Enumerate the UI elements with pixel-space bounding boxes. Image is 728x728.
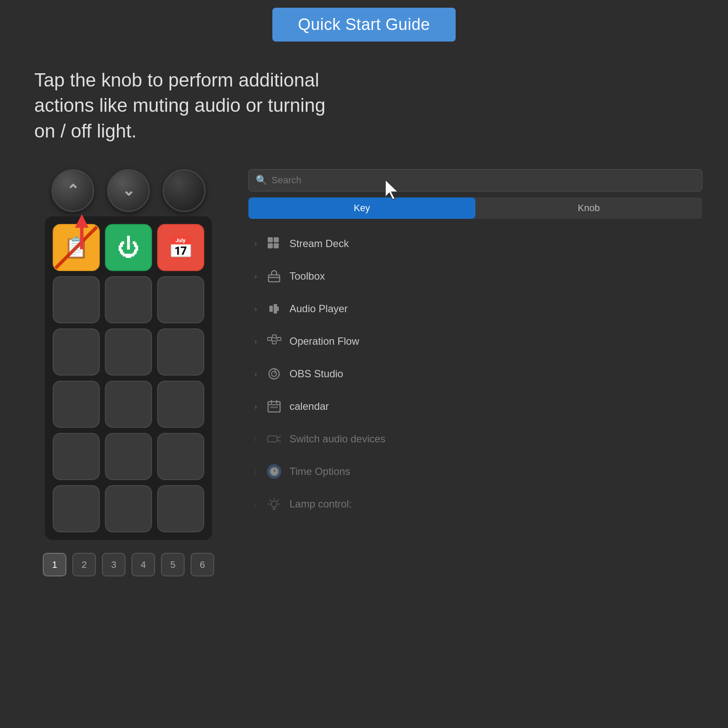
svg-rect-5 <box>269 275 280 282</box>
page-4[interactable]: 4 <box>131 553 155 576</box>
chevron-streamdeck: › <box>254 239 257 248</box>
keys-device: 📋 ⏻ 📅 <box>45 216 212 540</box>
arrow-indicator <box>75 214 89 249</box>
svg-line-25 <box>277 436 280 438</box>
key-2-2[interactable] <box>157 328 204 376</box>
chevron-audioplayer: › <box>254 304 257 313</box>
page-2[interactable]: 2 <box>72 553 96 576</box>
lampcontrol-icon <box>266 495 283 513</box>
sidebar-label-timeoptions: Time Options <box>289 465 696 477</box>
key-5-0[interactable] <box>53 485 100 532</box>
sidebar-item-lampcontrol[interactable]: › Lamp control: <box>248 489 702 519</box>
key-5-1[interactable] <box>105 485 152 532</box>
key-1-1[interactable] <box>105 276 152 323</box>
sidebar-label-operationflow: Operation Flow <box>289 335 696 347</box>
audioplayer-icon <box>266 300 283 317</box>
svg-rect-23 <box>270 406 278 408</box>
obs-icon <box>266 365 283 382</box>
sidebar-list: › Stream Deck › <box>248 228 702 519</box>
key-0-1-icon: ⏻ <box>117 235 140 260</box>
page-indicators: 1 2 3 4 5 6 <box>43 553 214 576</box>
key-3-1[interactable] <box>105 381 152 428</box>
search-bar[interactable]: 🔍 <box>248 169 702 191</box>
key-4-2[interactable] <box>157 433 204 480</box>
svg-point-32 <box>271 501 277 507</box>
svg-line-16 <box>276 337 277 339</box>
switchaudio-icon <box>266 430 283 448</box>
page-3[interactable]: 3 <box>102 553 125 576</box>
search-icon: 🔍 <box>256 175 267 186</box>
sidebar-item-obs[interactable]: › OBS Studio <box>248 358 702 389</box>
chevron-timeoptions: › <box>254 467 257 476</box>
svg-line-28 <box>270 500 271 501</box>
quick-start-button[interactable]: Quick Start Guide <box>272 8 456 42</box>
knobs-row <box>51 169 206 212</box>
sidebar-label-toolbox: Toolbox <box>289 270 696 282</box>
toolbox-icon <box>266 268 283 285</box>
key-2-1[interactable] <box>105 328 152 376</box>
sidebar-item-toolbox[interactable]: › Toolbox <box>248 261 702 292</box>
chevron-toolbox: › <box>254 272 257 281</box>
svg-line-29 <box>277 500 278 501</box>
arrow-head <box>75 214 89 228</box>
page-5[interactable]: 5 <box>161 553 185 576</box>
sidebar-label-calendar: calendar <box>289 400 696 412</box>
svg-line-14 <box>272 337 272 339</box>
key-5-2[interactable] <box>157 485 204 532</box>
svg-marker-7 <box>269 306 273 312</box>
key-0-2[interactable]: 📅 <box>157 224 204 271</box>
key-1-0[interactable] <box>53 276 100 323</box>
chevron-lampcontrol: › <box>254 500 257 509</box>
sidebar-label-lampcontrol: Lamp control: <box>289 498 696 510</box>
page-6[interactable]: 6 <box>191 553 214 576</box>
svg-rect-12 <box>272 341 276 344</box>
svg-rect-1 <box>268 237 273 242</box>
key-4-1[interactable] <box>105 433 152 480</box>
chevron-operationflow: › <box>254 337 257 346</box>
svg-rect-24 <box>268 436 277 442</box>
key-0-1[interactable]: ⏻ <box>105 224 152 271</box>
svg-line-26 <box>277 440 280 442</box>
key-2-0[interactable] <box>53 328 100 376</box>
tab-knob[interactable]: Knob <box>475 197 702 219</box>
operationflow-icon <box>266 333 283 350</box>
key-3-2[interactable] <box>157 381 204 428</box>
sidebar-item-switchaudio[interactable]: › Switch audio devices <box>248 424 702 454</box>
chevron-switchaudio: › <box>254 435 257 444</box>
sidebar-item-audioplayer[interactable]: › Audio Player <box>248 293 702 324</box>
arrow-stem <box>80 228 84 249</box>
key-4-0[interactable] <box>53 433 100 480</box>
tab-row: Key Knob <box>248 197 702 219</box>
tab-key[interactable]: Key <box>248 197 475 219</box>
search-input[interactable] <box>272 175 695 186</box>
page-1[interactable]: 1 <box>43 553 66 576</box>
sidebar-item-timeoptions[interactable]: › 🕐 Time Options <box>248 456 702 487</box>
timeoptions-icon: 🕐 <box>266 463 283 480</box>
keys-grid: 📋 ⏻ 📅 <box>53 224 204 532</box>
svg-rect-4 <box>274 243 279 248</box>
sidebar-item-operationflow[interactable]: › Operation Flow <box>248 326 702 357</box>
svg-rect-11 <box>272 335 276 338</box>
svg-marker-8 <box>274 304 277 313</box>
sidebar-item-streamdeck[interactable]: › Stream Deck <box>248 228 702 259</box>
sidebar-item-calendar[interactable]: › calendar <box>248 391 702 422</box>
chevron-obs: › <box>254 370 257 379</box>
chevron-calendar: › <box>254 402 257 411</box>
key-1-2[interactable] <box>157 276 204 323</box>
knob-up[interactable] <box>51 169 94 212</box>
key-3-0[interactable] <box>53 381 100 428</box>
streamdeck-icon <box>266 235 283 252</box>
svg-rect-2 <box>274 237 279 242</box>
key-0-2-icon: 📅 <box>168 236 194 260</box>
svg-rect-10 <box>268 337 272 340</box>
svg-rect-13 <box>277 337 281 340</box>
top-bar: Quick Start Guide <box>0 0 728 42</box>
sidebar-label-audioplayer: Audio Player <box>289 303 696 315</box>
main-content: 📋 ⏻ 📅 <box>0 161 728 576</box>
device-area: 📋 ⏻ 📅 <box>43 169 214 576</box>
sidebar-label-switchaudio: Switch audio devices <box>289 433 696 445</box>
svg-rect-3 <box>268 243 273 248</box>
knob-plain[interactable] <box>163 169 206 212</box>
svg-line-15 <box>272 339 272 343</box>
knob-down[interactable] <box>107 169 150 212</box>
